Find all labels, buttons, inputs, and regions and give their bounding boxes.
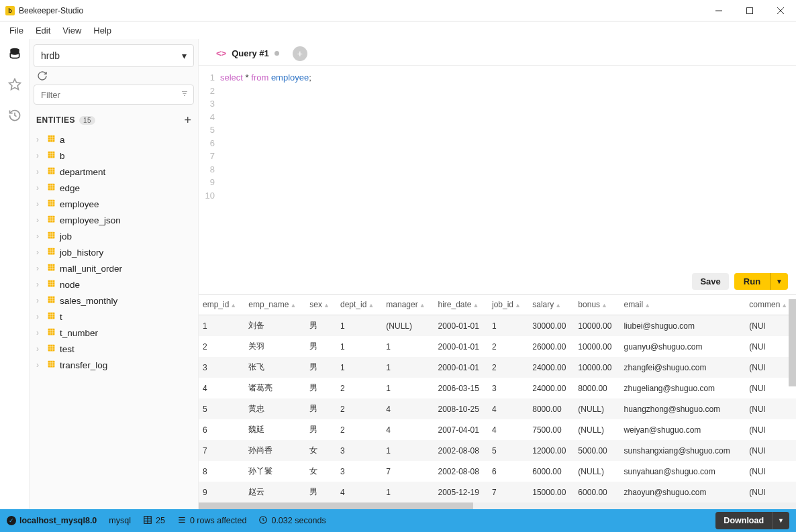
col-manager[interactable]: manager▲ [382, 295, 434, 315]
cell[interactable]: 4 [488, 419, 528, 440]
cell[interactable]: 8000.00 [528, 398, 574, 419]
cell[interactable]: weiyan@shuguo.com [619, 419, 745, 440]
entity-item[interactable]: ›b [34, 148, 194, 164]
entity-item[interactable]: ›sales_monthly [34, 292, 194, 309]
col-sex[interactable]: sex▲ [305, 295, 336, 315]
cell[interactable]: 1 [382, 482, 434, 502]
cell[interactable]: 男 [305, 357, 336, 378]
cell[interactable]: 2000-01-01 [434, 336, 488, 357]
entity-item[interactable]: ›department [34, 164, 194, 180]
cell[interactable]: 5 [488, 440, 528, 461]
cell[interactable]: 3 [488, 378, 528, 398]
col-bonus[interactable]: bonus▲ [574, 295, 619, 315]
cell[interactable]: 24000.00 [528, 378, 574, 398]
new-tab-button[interactable]: + [293, 46, 307, 61]
tab-query-1[interactable]: <> Query #1 [207, 44, 289, 62]
cell[interactable]: 7500.00 [528, 419, 574, 440]
cell[interactable]: (NULL) [382, 315, 434, 337]
cell[interactable]: 6000.00 [574, 482, 619, 502]
star-icon[interactable] [5, 75, 24, 94]
close-button[interactable] [765, 0, 796, 21]
cell[interactable]: 1 [382, 336, 434, 357]
filter-input[interactable] [34, 85, 194, 105]
v-scrollbar[interactable] [789, 299, 796, 386]
add-entity-button[interactable]: + [184, 114, 191, 126]
run-dropdown-button[interactable]: ▼ [770, 273, 788, 290]
h-scrollbar[interactable] [199, 502, 796, 509]
cell[interactable]: 刘备 [244, 315, 305, 337]
cell[interactable]: 1 [382, 357, 434, 378]
table-row[interactable]: 8孙丫鬟女372002-08-0866000.00(NULL)sunyahuan… [199, 461, 796, 482]
table-row[interactable]: 5黄忠男242008-10-2548000.00(NULL)huangzhong… [199, 398, 796, 419]
cell[interactable]: 2005-12-19 [434, 482, 488, 502]
cell[interactable]: (NUl [745, 482, 796, 502]
cell[interactable]: 5 [199, 398, 244, 419]
cell[interactable]: 2000-01-01 [434, 315, 488, 337]
cell[interactable]: 2 [488, 357, 528, 378]
cell[interactable]: 4 [336, 482, 382, 502]
cell[interactable]: 6000.00 [528, 461, 574, 482]
table-row[interactable]: 7孙尚香女312002-08-08512000.005000.00sunshan… [199, 440, 796, 461]
col-job_id[interactable]: job_id▲ [488, 295, 528, 315]
cell[interactable]: 6 [488, 461, 528, 482]
cell[interactable]: guanyu@shuguo.com [619, 336, 745, 357]
cell[interactable]: 1 [382, 440, 434, 461]
cell[interactable]: 7 [488, 482, 528, 502]
cell[interactable]: zhangfei@shuguo.com [619, 357, 745, 378]
cell[interactable]: 关羽 [244, 336, 305, 357]
entity-item[interactable]: ›a [34, 131, 194, 148]
cell[interactable]: 赵云 [244, 482, 305, 502]
entity-item[interactable]: ›employee_json [34, 212, 194, 228]
save-button[interactable]: Save [692, 273, 728, 290]
cell[interactable]: 2007-04-01 [434, 419, 488, 440]
table-row[interactable]: 9赵云男412005-12-19715000.006000.00zhaoyun@… [199, 482, 796, 502]
menu-edit[interactable]: Edit [30, 24, 56, 37]
maximize-button[interactable] [734, 0, 765, 21]
cell[interactable]: zhaoyun@shuguo.com [619, 482, 745, 502]
cell[interactable]: 1 [336, 315, 382, 337]
cell[interactable]: 男 [305, 315, 336, 337]
cell[interactable]: 3 [336, 461, 382, 482]
cell[interactable]: zhugeliang@shuguo.com [619, 378, 745, 398]
entity-item[interactable]: ›mall_unit_order [34, 260, 194, 276]
cell[interactable]: 10000.00 [574, 315, 619, 337]
database-icon[interactable] [5, 44, 24, 63]
cell[interactable]: 1 [382, 378, 434, 398]
cell[interactable]: sunyahuan@shuguo.com [619, 461, 745, 482]
cell[interactable]: 8 [199, 461, 244, 482]
entity-item[interactable]: ›t [34, 309, 194, 325]
db-select[interactable]: hrdb ▾ [34, 44, 194, 67]
cell[interactable]: 5000.00 [574, 440, 619, 461]
cell[interactable]: 男 [305, 378, 336, 398]
cell[interactable]: 9 [199, 482, 244, 502]
cell[interactable]: 2000-01-01 [434, 357, 488, 378]
cell[interactable]: 2 [336, 378, 382, 398]
editor-code[interactable]: select * from employee; [220, 71, 796, 202]
cell[interactable]: 7 [199, 440, 244, 461]
cell[interactable]: (NULL) [574, 398, 619, 419]
cell[interactable]: 30000.00 [528, 315, 574, 337]
entity-item[interactable]: ›transfer_log [34, 357, 194, 373]
minimize-button[interactable] [703, 0, 734, 21]
cell[interactable]: 4 [382, 398, 434, 419]
cell[interactable]: 男 [305, 419, 336, 440]
entity-item[interactable]: ›node [34, 276, 194, 292]
cell[interactable]: 魏延 [244, 419, 305, 440]
cell[interactable]: liubei@shuguo.com [619, 315, 745, 337]
cell[interactable]: 1 [336, 357, 382, 378]
table-row[interactable]: 3张飞男112000-01-01224000.0010000.00zhangfe… [199, 357, 796, 378]
cell[interactable]: 4 [382, 419, 434, 440]
col-email[interactable]: email▲ [619, 295, 745, 315]
cell[interactable]: 1 [336, 336, 382, 357]
entity-item[interactable]: ›t_number [34, 325, 194, 341]
cell[interactable]: 10000.00 [574, 357, 619, 378]
cell[interactable]: 诸葛亮 [244, 378, 305, 398]
cell[interactable]: 2 [336, 419, 382, 440]
cell[interactable]: 26000.00 [528, 336, 574, 357]
cell[interactable]: (NUl [745, 398, 796, 419]
menu-help[interactable]: Help [88, 24, 117, 37]
menu-file[interactable]: File [4, 24, 29, 37]
cell[interactable]: 孙丫鬟 [244, 461, 305, 482]
cell[interactable]: 1 [199, 315, 244, 337]
cell[interactable]: (NUl [745, 419, 796, 440]
